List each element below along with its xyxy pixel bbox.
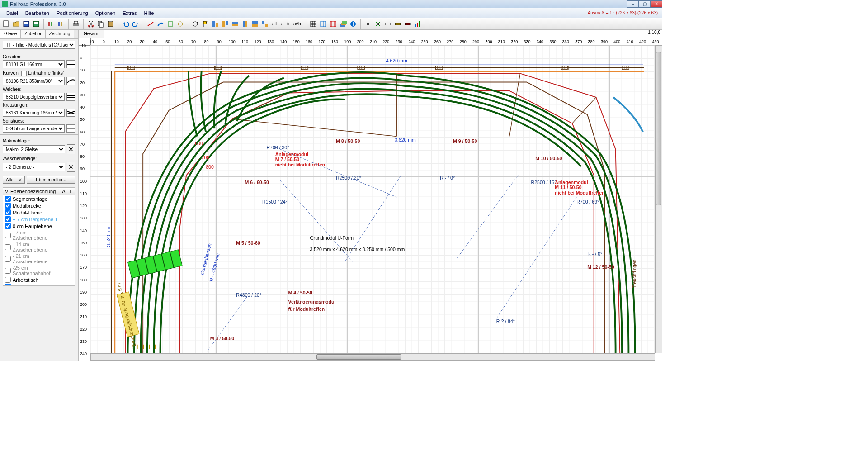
curve-tool-icon[interactable] — [156, 19, 165, 28]
maximize-button[interactable]: ▢ — [639, 0, 651, 8]
layer-visible-checkbox[interactable] — [5, 284, 11, 286]
layer-visible-checkbox[interactable] — [5, 203, 11, 209]
drawing-canvas[interactable]: Empfangsgebäude 40 m x 8 m — [90, 45, 655, 353]
svg-rect-28 — [252, 21, 258, 24]
align-2-icon[interactable] — [221, 19, 230, 28]
menu-optionen[interactable]: Optionen — [92, 10, 119, 17]
makro-select[interactable]: Makro: 2 Gleise — [3, 145, 65, 153]
layers-list[interactable]: SegmentanlageModulbrückeModul-Ebene+ 7 c… — [3, 195, 75, 286]
tab-zubehoer[interactable]: Zubehör — [20, 30, 45, 38]
library-1-icon[interactable] — [47, 19, 56, 28]
ebeneneditor-button[interactable]: Ebeneneditor... — [27, 176, 75, 184]
alle-v-button[interactable]: Alle = V — [3, 176, 25, 184]
new-file-icon[interactable] — [2, 19, 11, 28]
flag-icon[interactable] — [201, 19, 210, 28]
label-gunzenhausen: Gunzenhausen — [199, 242, 212, 275]
measure-3-icon[interactable] — [403, 19, 412, 28]
kreuzungen-select[interactable]: 83161 Kreuzung 166mm/15 — [3, 109, 65, 117]
align-3-icon[interactable] — [231, 19, 240, 28]
weichen-preview-icon[interactable] — [66, 93, 75, 101]
chart-icon[interactable] — [413, 19, 422, 28]
open-file-icon[interactable] — [12, 19, 21, 28]
tab-gleise[interactable]: Gleise — [0, 30, 21, 38]
kurven-links-checkbox[interactable] — [21, 71, 27, 76]
snap-1-icon[interactable] — [363, 19, 373, 28]
tab-zeichnung[interactable]: Zeichnung — [45, 30, 75, 38]
layer-row[interactable]: Segmentanlage — [3, 195, 75, 202]
weichen-select[interactable]: 83210 Doppelgleisverbindu — [3, 93, 65, 101]
rotate-icon[interactable] — [191, 19, 200, 28]
select-aeqb-button[interactable]: a=b — [279, 19, 291, 28]
measure-2-icon[interactable] — [393, 19, 402, 28]
zwischen-delete-button[interactable]: ✕ — [67, 162, 75, 172]
layers-icon[interactable] — [339, 19, 348, 28]
vertical-scrollbar[interactable] — [655, 45, 662, 353]
horizontal-scrollbar[interactable] — [90, 353, 655, 361]
line-tool-icon[interactable] — [146, 19, 155, 28]
minimize-button[interactable]: – — [627, 0, 639, 8]
align-6-icon[interactable] — [260, 19, 269, 28]
kurven-preview-icon[interactable] — [66, 77, 75, 85]
align-4-icon[interactable] — [241, 19, 250, 28]
save-as-icon[interactable] — [32, 19, 41, 28]
snap-2-icon[interactable] — [373, 19, 382, 28]
layer-visible-checkbox[interactable] — [5, 277, 11, 283]
tool-4-icon[interactable] — [176, 19, 185, 28]
library-2-icon[interactable] — [57, 19, 66, 28]
layer-row[interactable]: 0 cm Hauptebene — [3, 223, 75, 229]
vertical-ruler: -100102030405060708090100110120130140150… — [79, 45, 90, 353]
view-tab-gesamt[interactable]: Gesamt — [79, 30, 104, 38]
kreuzungen-preview-icon[interactable] — [66, 109, 75, 117]
layer-row[interactable]: Modul-Ebene — [3, 209, 75, 216]
menu-bearbeiten[interactable]: Bearbeiten — [22, 10, 53, 17]
sonstiges-preview-icon[interactable] — [66, 124, 75, 133]
sonstiges-select[interactable]: 0 G 50cm Länge verändert. — [3, 124, 65, 133]
makro-delete-button[interactable]: ✕ — [67, 144, 75, 154]
redo-icon[interactable] — [131, 19, 140, 28]
menu-extras[interactable]: Extras — [119, 10, 140, 17]
layer-visible-checkbox[interactable] — [5, 196, 11, 202]
tool-3-icon[interactable] — [166, 19, 175, 28]
menu-positionierung[interactable]: Positionierung — [53, 10, 92, 17]
undo-icon[interactable] — [121, 19, 130, 28]
layer-row[interactable]: + 7 cm Bergebene 1 — [3, 216, 75, 223]
layer-visible-checkbox[interactable] — [5, 244, 11, 250]
layer-visible-checkbox[interactable] — [5, 256, 11, 262]
copy-icon[interactable] — [96, 19, 105, 28]
menu-hilfe[interactable]: Hilfe — [140, 10, 157, 17]
kurven-select[interactable]: 83106 R21 353mm/30° — [3, 77, 65, 85]
layer-row[interactable]: -25 cm Schattenbahnhof — [3, 265, 75, 276]
layer-row[interactable]: Grundrissebenex — [3, 283, 75, 286]
select-all-button[interactable]: all — [270, 19, 278, 28]
grid-2-icon[interactable] — [319, 19, 328, 28]
svg-text:i: i — [352, 21, 354, 27]
layer-visible-checkbox[interactable] — [5, 223, 11, 229]
measure-1-icon[interactable] — [383, 19, 392, 28]
zwischen-select[interactable]: - 2 Elemente - — [3, 163, 65, 171]
menu-datei[interactable]: Datei — [3, 10, 22, 17]
cut-icon[interactable] — [86, 19, 95, 28]
print-icon[interactable] — [71, 19, 80, 28]
geraden-preview-icon[interactable] — [66, 60, 75, 68]
layer-visible-checkbox[interactable] — [5, 209, 11, 215]
info-icon[interactable]: i — [349, 19, 358, 28]
grid-1-icon[interactable] — [309, 19, 318, 28]
layer-row[interactable]: - 21 cm Zwischenebene — [3, 253, 75, 265]
layer-row[interactable]: - 14 cm Zwischenebene — [3, 241, 75, 253]
layer-row[interactable]: - 7 cm Zwischenebene — [3, 229, 75, 241]
paste-icon[interactable] — [106, 19, 115, 28]
close-button[interactable]: ✕ — [651, 0, 662, 8]
layer-row[interactable]: Arbeitstisch — [3, 276, 75, 283]
svg-text:R2500 / 20°: R2500 / 20° — [336, 175, 361, 180]
grid-3-icon[interactable] — [329, 19, 338, 28]
save-icon[interactable] — [22, 19, 31, 28]
select-aneb-button[interactable]: a≠b — [292, 19, 303, 28]
align-5-icon[interactable] — [250, 19, 259, 28]
library-select[interactable]: TT - Tillig - Modellgleis [C:\Users\F — [3, 41, 75, 49]
layer-visible-checkbox[interactable] — [5, 268, 11, 274]
geraden-select[interactable]: 83101 G1 166mm — [3, 60, 65, 68]
layer-visible-checkbox[interactable] — [5, 216, 11, 222]
align-1-icon[interactable] — [211, 19, 220, 28]
layer-row[interactable]: Modulbrücke — [3, 202, 75, 209]
layer-visible-checkbox[interactable] — [5, 233, 11, 238]
